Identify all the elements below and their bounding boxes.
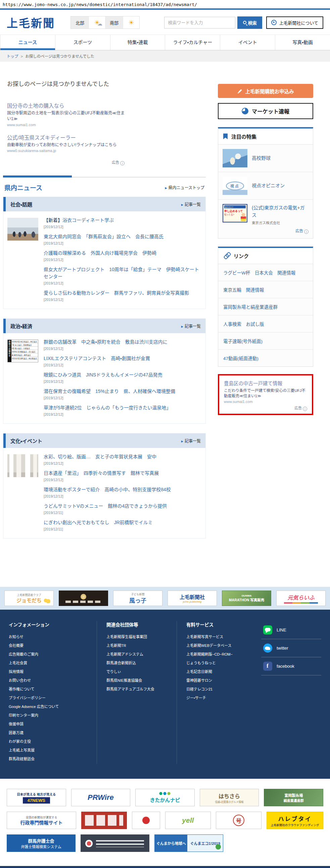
footer-link[interactable]: 上毛新聞アドシステム [107,651,167,658]
search-button[interactable]: 検索 [237,17,262,29]
ad-label[interactable]: 広告 [224,405,307,411]
footer-link[interactable]: 著作権について [9,685,87,693]
article-link[interactable]: 日本遺産「里沼」 四季折々の情景写す 館林で写真展 [43,470,159,476]
article-list-link[interactable]: 記事一覧 [181,323,201,329]
footer-link[interactable]: 群馬政経懇話会 [9,755,87,763]
bottom-banner[interactable]: はちさら 信越・北関東のグルメ情報 [200,789,259,806]
ad-label[interactable]: 広告 [252,228,308,234]
partner-banner[interactable]: 子ども新聞 風っ子 [113,591,162,606]
sidebar-text-ad[interactable]: 豊島区の中古一戸建て情報 こだわり条件で一戸建て検索!安心の三菱UFJ不動産販売… [218,374,313,415]
partner-banner[interactable]: 元気らいふ [276,591,326,606]
footer-link[interactable]: 上毛記念日新聞 [186,668,245,675]
article-list-link[interactable]: 記事一覧 [181,201,201,207]
footer-link[interactable]: Google Adsence 広告について [9,703,87,710]
nav-tab[interactable]: イベント [220,35,275,50]
bottom-banner[interactable] [132,812,160,829]
article-link[interactable]: 潜在保育士の復職希望 15%止まり 県、人材確保へ環境整備 [43,389,175,394]
footer-link[interactable]: わが家の主役 [9,738,87,745]
footer-link[interactable]: 日経テレコン21 [186,685,245,693]
bottom-banner[interactable] [81,812,127,829]
breadcrumb-home-link[interactable]: トップ [7,54,19,58]
article-link[interactable]: 草津が5年連続2位 じゃらんの「もう一度行きたい温泉地」 [43,405,171,410]
article-list-link[interactable]: 記事一覧 [181,438,201,443]
footer-link[interactable]: 上毛社会賞 [9,659,87,667]
footer-link[interactable]: 採用情報 [9,668,87,675]
footer-link[interactable]: 群馬県NIE推進協議会 [107,677,167,684]
bottom-banner[interactable] [81,834,149,852]
kennai-top-link[interactable]: 県内ニューストップ [165,185,205,190]
footer-link[interactable]: じょうもうねっと [186,659,245,667]
bottom-banner[interactable]: 群馬弁護士会 弁護士情報検索システム [7,834,76,852]
article-link[interactable]: 東北大県内同窓会 「群馬萩友会」設立へ 会長に腰高氏 [43,234,163,239]
footer-link[interactable]: ジー・サーチ [186,694,245,702]
footer-link[interactable]: 群馬連合新聞折込 [107,659,167,667]
info-icon[interactable] [120,161,124,165]
footer-link[interactable]: 広告掲載のご案内 [9,651,87,658]
article-link[interactable]: 愛らしさ伝わる動物カレンダー 群馬サファリ、飼育員が全写真撮影 [43,290,189,296]
bottom-banner[interactable]: 富岡製糸場 絹産業遺産群 [264,789,323,806]
bottom-banner[interactable]: ハレブタイ 上毛新聞社のクラウドファンディング [267,812,323,829]
nav-tab[interactable]: 写真・動画 [275,35,330,50]
partner-banner[interactable]: GUNMA MARATHON 写真販売 [222,591,271,606]
article-link[interactable]: 介護職の理解深める 外国人向け職場見学会 伊勢崎 [43,250,156,256]
featured-item-label[interactable]: 高校野球 [252,154,308,162]
social-link[interactable]: facebook [261,657,321,675]
nav-tab[interactable]: ライフ・カルチャー [165,35,220,50]
featured-item-label[interactable]: (公式)東京ガスの電気+ガス [252,204,308,219]
sidebar-link[interactable]: 人事検索 お試し版 [218,315,313,333]
ad-title-link[interactable]: 公式/埼玉県スズキディーラー [7,133,124,141]
sidebar-link[interactable]: 富岡製糸場と絹産業遺産群 [218,298,313,315]
article-link[interactable]: 県女大がアートプロジェクト 10周年は「給食」テーマ 伊勢崎スケートセンター [43,267,199,279]
article-link[interactable]: 群銀の店舗改革 中之条・原町を統合 敷島は渋川支店内に [43,339,168,345]
footer-link[interactable]: 上毛新聞厚生福祉事業団 [107,633,167,641]
footer-link[interactable]: プライバシーポリシー [9,694,87,702]
footer-link[interactable]: 上毛紙上写真展 [9,747,87,754]
sidebar-link[interactable]: ラグビーW杯 日本大会 関連情報 [218,264,313,281]
bottom-banner[interactable]: 全国の新聞社が運営する 行政専門情報サイト [7,812,76,829]
bottom-banner[interactable]: 号 [216,812,262,829]
ad-title-link[interactable]: 豊島区の中古一戸建て情報 [224,379,307,386]
nav-tab[interactable]: ニュース [0,35,55,50]
sidebar-link[interactable]: 東京五輪 関連情報 [218,281,313,298]
article-link[interactable]: 環境活動をポスターで紹介 高崎の小中、特別支援学校84校 [43,487,171,492]
subscribe-button[interactable]: 上毛新聞購読お申込み [218,84,313,98]
footer-link[interactable]: 上毛新聞TR [107,642,167,649]
bottom-banner[interactable]: PRWire [71,789,130,806]
ad-label[interactable]: 広告 [7,159,124,165]
partner-banner[interactable]: 上毛新聞読者クラブ ジョモだち [4,591,54,606]
text-ad[interactable]: 公式/埼玉県スズキディーラー 自動車税が変わってお財布にやさしい!ラインナップは… [7,133,124,153]
footer-link[interactable]: 囲碁万歳 [9,729,87,737]
bottom-banner[interactable]: yell [165,812,211,829]
article-link[interactable]: 眼鏡にひみつ道具 JINSドラえもんイメージの47品発売 [43,372,162,377]
article-thumbnail-yukata[interactable] [7,218,38,241]
featured-item[interactable]: 高校野球 [218,145,313,172]
footer-link[interactable]: 上毛新聞WEBデータベース [186,642,245,649]
nav-tab[interactable]: スポーツ [55,35,110,50]
article-link[interactable]: 【新着】浴衣コーディネート学ぶ [43,217,114,223]
footer-link[interactable]: でりしぃ [107,668,167,675]
partner-banner[interactable] [59,591,108,606]
bottom-banner[interactable]: 日本が見える 地方が見える 47NEWS [7,789,66,806]
search-input[interactable] [164,17,235,29]
about-company-button[interactable]: 上毛新聞社について [266,17,323,29]
featured-item[interactable]: 東京ガスで 申し込めるって 知ってる? (公式)東京ガスの電気+ガス 東京ガス株… [218,199,313,238]
site-logo[interactable]: 上毛新聞 [7,14,55,31]
article-thumbnail-bank-table[interactable]: 群銀の店舗統合 2019年6月 本庄南支店→本庄支店7月 水上支店→月夜野支店9… [7,340,38,362]
footer-link[interactable]: 上毛新聞写真サービス [186,633,245,641]
text-ad[interactable]: 国分寺の土地の購入なら 国分寺駅周辺の土地を一覧表示!安心の三菱UFJ不動産販売… [7,102,124,127]
footer-link[interactable]: お問い合わせ [9,677,87,684]
footer-link[interactable]: 群馬県アマチュアゴルフ大会 [107,685,167,693]
footer-link[interactable]: 雷神囲碁サロン [186,677,245,684]
featured-item-label[interactable]: 視点オピニオン [252,182,308,189]
article-link[interactable]: LIXILエクステリアコンテスト 高崎・創園社が金賞 [43,355,150,361]
footer-link[interactable]: 後援申請 [9,720,87,728]
article-link[interactable]: 水彩、切り絵、版画… 亥と子の年賀状見本展 安中 [43,454,156,459]
sidebar-link[interactable]: 47動画(紙面連動) [218,350,313,366]
ad-title-link[interactable]: 国分寺の土地の購入なら [7,102,124,109]
market-report-button[interactable]: マーケット速報 [218,103,313,119]
social-link[interactable]: LINE [261,621,321,639]
partner-banner[interactable]: jomo publishing 上毛新聞社 [168,591,217,606]
footer-link[interactable]: 上毛新聞縮刷版−CD−ROM− [186,651,245,658]
featured-item[interactable]: 視点 視点オピニオン [218,172,313,199]
nav-tab[interactable]: 特集・連載 [110,35,165,50]
